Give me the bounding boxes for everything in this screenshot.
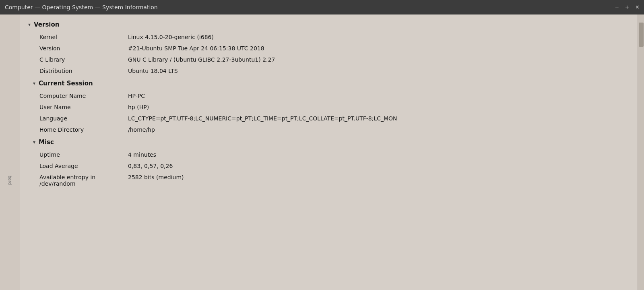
clibrary-row: C Library GNU C Library / (Ubuntu GLIBC …: [27, 54, 631, 65]
minimize-button[interactable]: −: [615, 4, 619, 10]
home-directory-row: Home Directory /home/hp: [27, 124, 631, 135]
scrollbar-thumb[interactable]: [639, 23, 644, 47]
computer-name-row: Computer Name HP-PC: [27, 90, 631, 102]
partial-left-panel: bard: [0, 14, 20, 290]
computer-name-value: HP-PC: [128, 93, 628, 99]
user-name-row: User Name hp (HP): [27, 102, 631, 113]
info-table: ▾ Version Kernel Linux 4.15.0-20-generic…: [20, 14, 638, 193]
computer-name-label: Computer Name: [39, 93, 128, 99]
main-content: ▾ Version Kernel Linux 4.15.0-20-generic…: [20, 14, 638, 290]
version-section-header[interactable]: ▾ Version: [27, 18, 631, 31]
distribution-value: Ubuntu 18.04 LTS: [128, 68, 628, 74]
home-directory-label: Home Directory: [39, 126, 128, 133]
os-version-row: Version #21-Ubuntu SMP Tue Apr 24 06:15:…: [27, 43, 631, 54]
home-directory-value: /home/hp: [128, 126, 628, 133]
entropy-row: Available entropy in /dev/random 2582 bi…: [27, 172, 631, 189]
distribution-label: Distribution: [39, 68, 128, 74]
misc-arrow-icon: ▾: [33, 139, 35, 145]
version-section-label: Version: [34, 21, 59, 28]
entropy-value: 2582 bits (medium): [128, 174, 628, 180]
user-name-label: User Name: [39, 104, 128, 110]
os-version-label: Version: [39, 45, 128, 52]
load-average-row: Load Average 0,83, 0,57, 0,26: [27, 160, 631, 172]
load-average-value: 0,83, 0,57, 0,26: [128, 163, 628, 169]
uptime-label: Uptime: [39, 151, 128, 158]
content-area: bard ▾ Version Kernel Linux 4.15.0-20-ge…: [0, 14, 644, 290]
os-version-value: #21-Ubuntu SMP Tue Apr 24 06:15:38 UTC 2…: [128, 45, 628, 52]
language-row: Language LC_CTYPE=pt_PT.UTF-8;LC_NUMERIC…: [27, 113, 631, 124]
load-average-label: Load Average: [39, 163, 128, 169]
window-title: Computer — Operating System — System Inf…: [5, 4, 158, 10]
kernel-label: Kernel: [39, 34, 128, 40]
current-session-section-label: Current Session: [39, 80, 93, 87]
uptime-value: 4 minutes: [128, 151, 628, 158]
kernel-row: Kernel Linux 4.15.0-20-generic (i686): [27, 31, 631, 43]
version-arrow-icon: ▾: [28, 22, 31, 27]
clibrary-label: C Library: [39, 56, 128, 63]
language-value: LC_CTYPE=pt_PT.UTF-8;LC_NUMERIC=pt_PT;LC…: [128, 115, 628, 122]
clibrary-value: GNU C Library / (Ubuntu GLIBC 2.27-3ubun…: [128, 56, 628, 63]
language-label: Language: [39, 115, 128, 122]
window-controls: − + ×: [615, 4, 639, 10]
current-session-section-header[interactable]: ▾ Current Session: [27, 77, 631, 90]
kernel-value: Linux 4.15.0-20-generic (i686): [128, 34, 628, 40]
current-session-arrow-icon: ▾: [33, 81, 35, 86]
main-window: Computer — Operating System — System Inf…: [0, 0, 644, 290]
partial-label: bard: [8, 176, 12, 185]
title-bar: Computer — Operating System — System Inf…: [0, 0, 644, 14]
close-button[interactable]: ×: [636, 4, 639, 10]
maximize-button[interactable]: +: [625, 4, 629, 10]
scrollbar[interactable]: [638, 14, 644, 290]
misc-section-label: Misc: [39, 139, 54, 146]
uptime-row: Uptime 4 minutes: [27, 149, 631, 160]
distribution-row: Distribution Ubuntu 18.04 LTS: [27, 65, 631, 77]
entropy-label: Available entropy in /dev/random: [39, 174, 128, 187]
user-name-value: hp (HP): [128, 104, 628, 110]
misc-section-header[interactable]: ▾ Misc: [27, 135, 631, 149]
